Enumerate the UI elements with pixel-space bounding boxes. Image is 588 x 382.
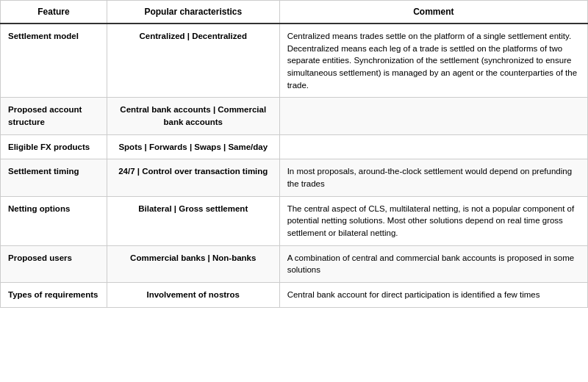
cell-comment bbox=[279, 134, 587, 159]
table-row: Proposed account structureCentral bank a… bbox=[1, 98, 588, 134]
table-row: Proposed usersCommercial banks | Non-ban… bbox=[1, 245, 588, 282]
cell-feature: Settlement model bbox=[1, 24, 107, 98]
cell-comment: In most proposals, around-the-clock sett… bbox=[279, 159, 587, 196]
cell-feature: Types of requirements bbox=[1, 283, 107, 308]
table-row: Settlement timing24/7 | Control over tra… bbox=[1, 159, 588, 196]
table-row: Netting optionsBilateral | Gross settlem… bbox=[1, 196, 588, 245]
cell-popular: Involvement of nostros bbox=[107, 283, 279, 308]
cell-popular: Spots | Forwards | Swaps | Same/day bbox=[107, 134, 279, 159]
cell-feature: Settlement timing bbox=[1, 159, 107, 196]
cell-comment: Central bank account for direct particip… bbox=[279, 283, 587, 308]
cell-comment: The central aspect of CLS, multilateral … bbox=[279, 196, 587, 245]
cell-feature: Proposed account structure bbox=[1, 98, 107, 134]
cell-comment: Centralized means trades settle on the p… bbox=[279, 24, 587, 98]
header-feature: Feature bbox=[1, 1, 107, 24]
table-row: Eligible FX productsSpots | Forwards | S… bbox=[1, 134, 588, 159]
cell-popular: Commercial banks | Non-banks bbox=[107, 245, 279, 282]
cell-comment bbox=[279, 98, 587, 134]
cell-popular: Central bank accounts | Commercial bank … bbox=[107, 98, 279, 134]
cell-feature: Netting options bbox=[1, 196, 107, 245]
header-comment: Comment bbox=[279, 1, 587, 24]
cell-feature: Proposed users bbox=[1, 245, 107, 282]
cell-popular: 24/7 | Control over transaction timing bbox=[107, 159, 279, 196]
cell-popular: Centralized | Decentralized bbox=[107, 24, 279, 98]
table-row: Settlement modelCentralized | Decentrali… bbox=[1, 24, 588, 98]
cell-comment: A combination of central and commercial … bbox=[279, 245, 587, 282]
cell-popular: Bilateral | Gross settlement bbox=[107, 196, 279, 245]
cell-feature: Eligible FX products bbox=[1, 134, 107, 159]
header-popular: Popular characteristics bbox=[107, 1, 279, 24]
features-table: Feature Popular characteristics Comment … bbox=[0, 0, 588, 308]
table-row: Types of requirementsInvolvement of nost… bbox=[1, 283, 588, 308]
